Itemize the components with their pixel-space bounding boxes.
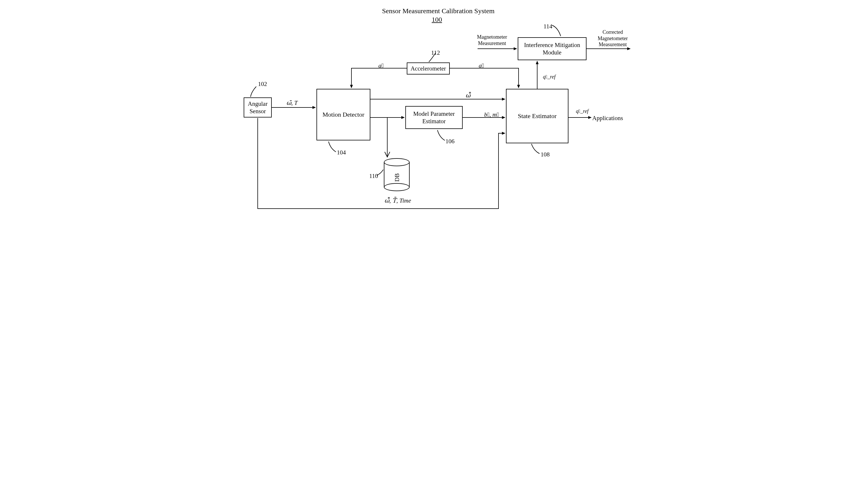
magnetometer-in-label: Magnetometer Measurement [477, 34, 507, 46]
signal-qref-out: q⃗_ref [576, 108, 589, 115]
model-parameter-estimator-block: Model Parameter Estimator [405, 106, 463, 129]
ref-108: 108 [540, 151, 550, 158]
ref-106: 106 [445, 138, 455, 145]
ref-104: 104 [337, 149, 346, 156]
ref-110: 110 [369, 172, 378, 180]
state-estimator-block: State Estimator [506, 89, 568, 143]
accelerometer-label: Accelerometer [410, 65, 446, 72]
ref-114: 114 [544, 23, 552, 30]
diagram-title-ref: 100 [428, 15, 445, 24]
database-label: DB [394, 173, 401, 182]
signal-a-right: a⃗ [479, 62, 484, 69]
database-cylinder: DB [384, 158, 410, 191]
ref-112: 112 [431, 49, 440, 57]
ref-102: 102 [258, 80, 267, 88]
interference-mitigation-label: Interference Mitigation Module [521, 41, 584, 57]
applications-label: Applications [592, 115, 623, 122]
signal-omega-T: ω̄, T [286, 99, 298, 106]
accelerometer-block: Accelerometer [407, 62, 450, 74]
diagram-stage: Sensor Measurement Calibration System 10… [227, 0, 641, 230]
angular-sensor-label: Angular Sensor [247, 100, 269, 115]
db-caption: ω̄̄, T̄, Time [384, 197, 411, 204]
motion-detector-block: Motion Detector [316, 89, 370, 140]
signal-omega-mean: ω̄̄ [466, 92, 470, 99]
interference-mitigation-block: Interference Mitigation Module [518, 37, 587, 60]
angular-sensor-block: Angular Sensor [244, 97, 272, 118]
state-estimator-label: State Estimator [518, 112, 556, 120]
model-parameter-estimator-label: Model Parameter Estimator [408, 110, 460, 125]
motion-detector-label: Motion Detector [322, 110, 364, 119]
signal-b-m: b⃗, m⃗ [484, 111, 499, 118]
magnetometer-out-label: Corrected Magnetometer Measurement [598, 29, 628, 48]
signal-qref-up: q⃗_ref [543, 74, 556, 80]
signal-a-left: a⃗ [378, 62, 383, 69]
diagram-title: Sensor Measurement Calibration System [377, 7, 500, 15]
